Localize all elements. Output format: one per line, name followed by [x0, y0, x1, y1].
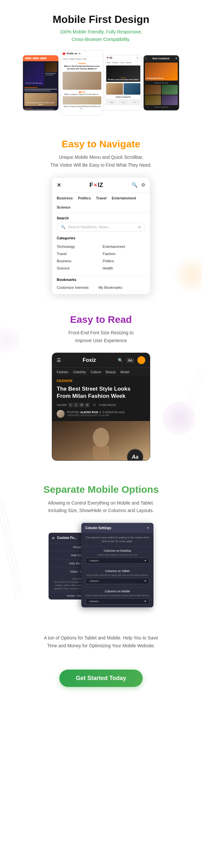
- navigate-description: Unique Mobile Menu and Quick Scrollbar, …: [10, 154, 192, 169]
- tablet-columns-select[interactable]: - Default - ▼: [85, 578, 149, 584]
- share-twitter-icon[interactable]: t: [74, 403, 78, 407]
- article-nav-culture[interactable]: Culture: [90, 370, 101, 374]
- font-size-button[interactable]: Aa: [126, 358, 134, 363]
- deco-lines-mobile: [0, 500, 23, 598]
- article-meta: SHARE f t ✉ ⎙ ⏱ 6 MIN READ: [52, 403, 150, 410]
- nav-item-travel[interactable]: Travel: [96, 196, 107, 200]
- read-description: Front-End Font Size Resizing to Improve …: [10, 329, 192, 345]
- nav-cat-business[interactable]: Business: [57, 258, 99, 264]
- settings-back-title: Custom Fo...: [57, 536, 77, 539]
- nav-item-science[interactable]: Science: [57, 205, 70, 209]
- nav-categories-grid: Technology Entertainment Travel Fashion …: [52, 241, 150, 275]
- mobile-columns-select[interactable]: - Default - ▼: [85, 598, 149, 604]
- settings-row-mobile: Columns on Mobile Select total columns t…: [81, 587, 153, 608]
- deco-circle-nav: [172, 255, 202, 294]
- nav-customize-interests[interactable]: Customize Interests: [57, 285, 89, 289]
- read-title: Easy to Read: [10, 314, 192, 325]
- article-category: FASHION: [52, 376, 150, 384]
- nav-icons: 🔍 ⚙: [132, 182, 145, 188]
- section-read: Easy to Read Front-End Font Size Resizin…: [0, 301, 202, 467]
- settings-front-panel: Column Settings ▼ This layout is best su…: [81, 523, 153, 608]
- share-print-icon[interactable]: ⎙: [85, 403, 89, 407]
- get-started-button[interactable]: Get Started Today: [59, 670, 143, 687]
- article-nav-model[interactable]: Model: [120, 370, 129, 374]
- mobile-first-subtitle: 100% Mobile Friendly, Fully Responsive, …: [6, 28, 196, 43]
- share-email-icon[interactable]: ✉: [79, 403, 84, 407]
- article-read-time: 6 MIN READ: [99, 403, 116, 407]
- article-nav-celebrity[interactable]: Celebrity: [73, 370, 86, 374]
- mobile-columns-sublabel: Select total columns to show per row on …: [85, 594, 149, 597]
- mobile-options-bottom-text: A ton of Options for Tablet and Mobile. …: [10, 628, 192, 656]
- nav-logo: F×IZ: [89, 182, 103, 189]
- nav-close-icon[interactable]: ✕: [57, 182, 61, 188]
- nav-cat-politics[interactable]: Politics: [103, 258, 145, 264]
- mockup-phone-1: My Phone's Most Annoying... The Best Run…: [23, 55, 59, 111]
- nav-settings-icon[interactable]: ⚙: [141, 182, 145, 188]
- nav-cat-entertainment[interactable]: Entertainment: [103, 243, 145, 250]
- article-header-icons: 🔍 Aa: [118, 356, 145, 364]
- settings-front-header: Column Settings ▼: [81, 523, 153, 533]
- mockup-phone-2: FOXIZ. ⊕ CultureCelebrityBeautyAbout FAS…: [61, 50, 103, 116]
- svg-rect-5: [93, 445, 109, 460]
- author-avatar: [57, 410, 65, 418]
- mockup-phone-4: ☰ Best Cookbook 🔍 20 Weeknight Dinners..…: [143, 55, 179, 111]
- article-search-icon[interactable]: 🔍: [118, 358, 123, 363]
- share-label: SHARE: [57, 403, 67, 407]
- article-author-row: POSTED ALEXIS RAN ⊙ 3 MONTHS AGO UPDATED…: [52, 410, 150, 421]
- svg-line-6: [0, 500, 20, 598]
- desktop-columns-label: Columns on Desktop: [85, 549, 149, 552]
- tablet-columns-label: Columns on Tablet: [85, 569, 149, 573]
- desktop-columns-select[interactable]: - Default - ▼: [85, 558, 149, 564]
- nav-bookmarks-label: Bookmarks: [52, 275, 150, 283]
- nav-search-label: Search: [52, 213, 150, 221]
- search-placeholder-text: Search Headlines, News...: [68, 225, 111, 229]
- section-mobile-options: Separate Mobile Options Allowing to Cont…: [0, 467, 202, 663]
- article-logo: Foxiz: [83, 357, 96, 363]
- nav-cat-science[interactable]: Science: [57, 265, 99, 272]
- article-header: ☰ Foxiz 🔍 Aa: [52, 353, 150, 367]
- settings-front-chevron-icon[interactable]: ▼: [146, 526, 149, 530]
- settings-row-desktop: Columns on Desktop Select total columns …: [81, 547, 153, 567]
- section-navigate: Easy to Navigate Unique Mobile Menu and …: [0, 125, 202, 301]
- nav-bookmarks-row: Customize Interests My Bookmarks: [52, 283, 150, 294]
- article-nav-beauty[interactable]: Beauty: [106, 370, 116, 374]
- author-name-strong: ALEXIS RAN: [80, 411, 98, 414]
- nav-item-entertainment[interactable]: Entertainment: [112, 196, 136, 200]
- article-nav-fashion[interactable]: Fashion: [57, 370, 68, 374]
- user-avatar[interactable]: [137, 356, 145, 364]
- article-share: SHARE f t ✉ ⎙: [57, 403, 89, 407]
- author-name: POSTED ALEXIS RAN ⊙ 3 MONTHS AGO: [67, 411, 125, 414]
- share-facebook-icon[interactable]: f: [68, 403, 73, 407]
- settings-front-description: This layout is best suited for putting t…: [81, 533, 153, 547]
- nav-search-icon[interactable]: 🔍: [132, 182, 138, 188]
- cta-wrapper: Get Started Today: [0, 663, 202, 703]
- nav-item-politics[interactable]: Politics: [78, 196, 91, 200]
- mobile-columns-label: Columns on Mobile: [85, 590, 149, 593]
- nav-cat-technology[interactable]: Technology: [57, 243, 99, 250]
- nav-main-menu: Business Politics Travel Entertainment S…: [52, 193, 150, 213]
- deco-circle-read: [163, 402, 196, 434]
- mobile-first-title: Mobile First Design: [6, 13, 196, 26]
- article-image: Aa: [52, 421, 150, 460]
- mobile-options-title: Separate Mobile Options: [10, 484, 192, 495]
- tablet-columns-sublabel: Select total columns to show per row on …: [85, 574, 149, 577]
- article-title: The Best Street Style Looks From Milan F…: [52, 384, 150, 402]
- article-mockup: ☰ Foxiz 🔍 Aa Fashion Celebrity Culture B…: [52, 353, 150, 460]
- nav-mockup: ✕ F×IZ 🔍 ⚙ Business Politics Travel Ente…: [52, 178, 150, 294]
- mockup-row: My Phone's Most Annoying... The Best Run…: [6, 50, 196, 116]
- settings-row-tablet: Columns on Tablet Select total columns t…: [81, 567, 153, 587]
- nav-cat-fashion[interactable]: Fashion: [103, 250, 145, 257]
- nav-search-box[interactable]: 🔍 Search Headlines, News... ⊕: [57, 223, 145, 231]
- share-icons: f t ✉ ⎙: [68, 403, 89, 407]
- nav-item-business[interactable]: Business: [57, 196, 73, 200]
- hamburger-icon[interactable]: ☰: [57, 358, 61, 363]
- nav-header: ✕ F×IZ 🔍 ⚙: [52, 178, 150, 193]
- settings-mockup-wrapper: ▶ Custom Fo... Responsiv... Hide Entry C…: [49, 523, 153, 628]
- search-icon: 🔍: [61, 225, 65, 229]
- nav-cat-travel[interactable]: Travel: [57, 250, 99, 257]
- nav-my-bookmarks[interactable]: My Bookmarks: [98, 285, 122, 289]
- nav-categories-label: Categories: [52, 235, 150, 241]
- svg-point-4: [93, 428, 109, 447]
- nav-cat-health[interactable]: Health: [103, 265, 145, 272]
- mockup-phone-3: F×IZ ☷ ↕ StyleCelebrityCultureBeauty STY…: [105, 55, 141, 111]
